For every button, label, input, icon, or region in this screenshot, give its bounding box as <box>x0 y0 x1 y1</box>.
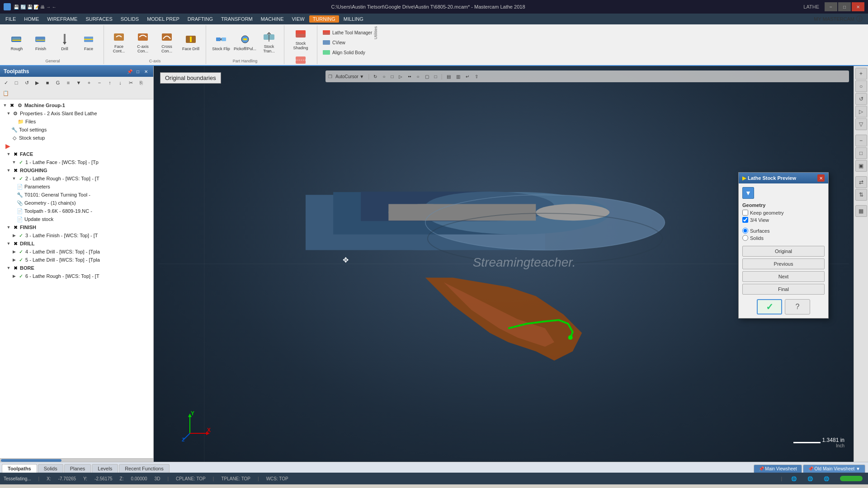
panel-pin-button[interactable]: 📌 <box>126 68 133 75</box>
vp-btn-12[interactable]: ⇧ <box>472 73 481 80</box>
tab-toolpaths[interactable]: Toolpaths <box>2 464 37 473</box>
list-item[interactable]: 🔧 Tool settings <box>0 126 153 134</box>
expand-icon[interactable]: ▼ <box>5 110 12 117</box>
menu-machine[interactable]: MACHINE <box>257 15 288 23</box>
tp-highfeed[interactable]: ≡ <box>63 78 73 88</box>
expand-icon[interactable]: ▶ <box>11 273 17 279</box>
rough-button[interactable]: Rough <box>5 30 28 55</box>
nav-btn-2[interactable]: ○ <box>855 80 867 92</box>
menu-file[interactable]: FILE <box>2 15 19 23</box>
tp-backplot[interactable]: ■ <box>42 78 52 88</box>
list-item[interactable]: ▼ ✓ 1 - Lathe Face - [WCS: Top] - [Tp <box>0 158 153 166</box>
lathe-tool-manager-button[interactable]: Lathe Tool Manager <box>321 28 373 37</box>
next-button[interactable]: Next <box>742 271 825 282</box>
autocursor-button[interactable]: AutoCursor ▼ <box>333 73 366 80</box>
expand-icon[interactable]: ▼ <box>11 159 17 165</box>
vp-btn-3[interactable]: □ <box>388 73 396 80</box>
three-quarter-view-checkbox[interactable] <box>742 217 748 223</box>
list-item[interactable]: 📎 Geometry - (1) chain(s) <box>0 199 153 207</box>
list-item[interactable]: ▶ ✓ 5 - Lathe Drill - [WCS: Top] - [Tpla <box>0 256 153 264</box>
align-solid-body-button[interactable]: Align Solid Body <box>321 48 373 57</box>
panel-close-button[interactable]: ✕ <box>142 68 150 75</box>
tab-recent-functions[interactable]: Recent Functions <box>119 464 170 473</box>
tp-move-up[interactable]: ↑ <box>105 78 115 88</box>
stock-flip-button[interactable]: Stock Flip <box>210 30 232 55</box>
nav-btn-5[interactable]: ▽ <box>855 118 867 130</box>
keep-geometry-checkbox[interactable] <box>742 210 748 216</box>
vp-btn-9[interactable]: ▤ <box>444 73 453 80</box>
main-viewsheet-tab[interactable]: 📌 Main Viewsheet <box>754 465 802 473</box>
tp-cut[interactable]: ✂ <box>126 78 136 88</box>
menu-model-prep[interactable]: MODEL PREP <box>143 15 183 23</box>
stock-tran-button[interactable]: Stock Tran... <box>258 29 280 55</box>
nav-btn-3[interactable]: ↺ <box>855 93 867 105</box>
nav-btn-11[interactable]: ▦ <box>855 205 867 217</box>
list-item[interactable]: ▼ ✖ FACE <box>0 150 153 158</box>
ok-button[interactable]: ✓ <box>757 299 782 314</box>
panel-float-button[interactable]: □ <box>134 68 142 75</box>
expand-icon[interactable]: ▶ <box>11 232 17 239</box>
finish-button[interactable]: Finish <box>29 30 52 55</box>
list-item[interactable]: ◇ Stock setup <box>0 134 153 142</box>
help-icon[interactable]: ⓘ <box>856 15 863 23</box>
c-axis-con-button[interactable]: C-axis Con... <box>132 29 154 55</box>
status-globe-1[interactable]: 🌐 <box>789 476 798 482</box>
final-button[interactable]: Final <box>742 284 825 295</box>
list-item[interactable]: ▼ ✖ ⚙ Machine Group-1 <box>0 101 153 109</box>
list-item[interactable]: ▼ ✓ 2 - Lathe Rough - [WCS: Top] - [T <box>0 174 153 183</box>
list-item[interactable]: ▶ ✓ 6 - Lathe Rough - [WCS: Top] - [T <box>0 272 153 280</box>
list-item[interactable]: ▼ ✖ ROUGHING <box>0 166 153 174</box>
vp-btn-8[interactable]: □ <box>432 73 439 80</box>
tp-paste[interactable]: 📋 <box>1 88 11 98</box>
menu-view[interactable]: VIEW <box>288 15 308 23</box>
minimize-button[interactable]: − <box>825 2 837 11</box>
list-item[interactable]: 📄 Toolpath - 9.6K - 6809-19.NC - <box>0 207 153 215</box>
menu-home[interactable]: HOME <box>20 15 42 23</box>
vp-btn-7[interactable]: ▢ <box>423 73 431 80</box>
horizontal-scrollbar[interactable] <box>0 458 153 462</box>
menu-milling[interactable]: MILLING <box>340 15 367 23</box>
tp-copy[interactable]: ⎘ <box>136 78 146 88</box>
menu-drafting[interactable]: DRAFTING <box>184 15 217 23</box>
nav-btn-4[interactable]: ▷ <box>855 106 867 117</box>
list-item[interactable]: 📁 Files <box>0 117 153 126</box>
face-button[interactable]: Face <box>77 30 100 55</box>
cview-button[interactable]: CView <box>321 38 373 47</box>
list-item[interactable]: 📄 Parameters <box>0 183 153 191</box>
pickoff-pul-button[interactable]: Pickoff/Pul... <box>234 30 256 55</box>
tab-planes[interactable]: Planes <box>64 464 91 473</box>
list-item[interactable]: 🔧 T0101: General Turning Tool - <box>0 191 153 199</box>
expand-icon[interactable]: ▶ <box>11 257 17 263</box>
vp-btn-5[interactable]: •• <box>406 73 413 80</box>
list-item[interactable]: ▼ ⚙ Properties - 2 Axis Slant Bed Lathe <box>0 109 153 117</box>
expand-icon[interactable]: ▼ <box>5 224 12 230</box>
tp-filter[interactable]: ▼ <box>74 78 84 88</box>
stock-shading-button[interactable]: Stock Shading <box>288 26 313 52</box>
cross-con-button[interactable]: Cross Con... <box>156 29 178 55</box>
solids-radio[interactable] <box>742 235 748 241</box>
face-drill-button[interactable]: Face Drill <box>179 30 202 55</box>
list-item[interactable]: ▼ ✖ FINISH <box>0 223 153 231</box>
menu-turning[interactable]: TURNING <box>309 15 339 23</box>
list-item[interactable]: ▼ ✖ DRILL <box>0 239 153 248</box>
lsp-filter-button[interactable]: ▼ <box>742 187 754 199</box>
menu-solids[interactable]: SOLIDS <box>117 15 142 23</box>
vp-btn-11[interactable]: ↵ <box>463 73 472 80</box>
nav-btn-6[interactable]: − <box>855 135 867 146</box>
menu-surfaces[interactable]: SURFACES <box>82 15 116 23</box>
maximize-button[interactable]: □ <box>838 2 851 11</box>
status-globe-2[interactable]: 🌐 <box>806 476 815 482</box>
vp-btn-2[interactable]: ○ <box>380 73 387 80</box>
menu-wireframe[interactable]: WIREFRAME <box>43 15 81 23</box>
tp-select-all[interactable]: ✓ <box>1 78 11 88</box>
previous-button[interactable]: Previous <box>742 258 825 269</box>
drill-button[interactable]: Drill <box>53 30 76 55</box>
nav-btn-8[interactable]: ▣ <box>855 160 867 172</box>
tp-deselect-all[interactable]: □ <box>11 78 21 88</box>
tp-verify[interactable]: ▶ <box>32 78 42 88</box>
viewport[interactable]: ❐ AutoCursor ▼ | ↻ ○ □ ▷ •• ○ ▢ □ | ▤ ▥ … <box>154 66 854 462</box>
list-item[interactable]: ▼ ✖ BORE <box>0 264 153 272</box>
vp-btn-10[interactable]: ▥ <box>454 73 462 80</box>
status-globe-3[interactable]: 🌐 <box>822 476 831 482</box>
lsp-close-button[interactable]: ✕ <box>817 174 825 182</box>
